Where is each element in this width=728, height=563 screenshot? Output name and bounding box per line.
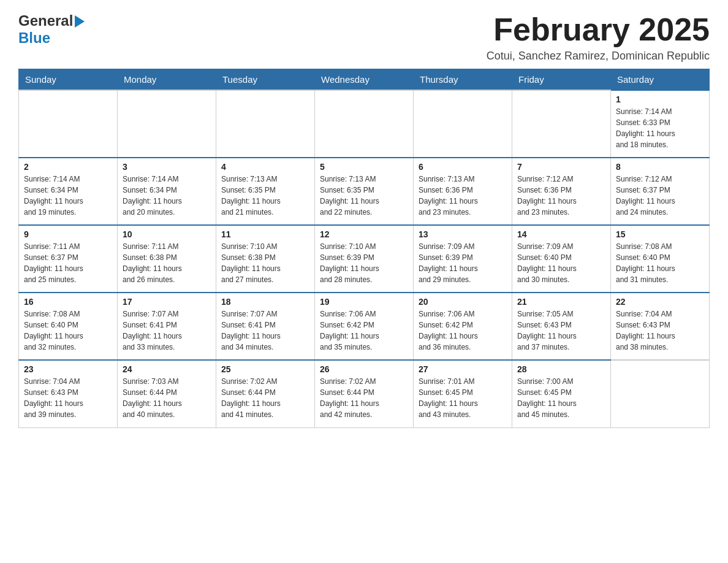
day-info: Sunrise: 7:12 AMSunset: 6:37 PMDaylight:…: [616, 174, 704, 218]
day-number: 24: [123, 364, 211, 374]
calendar-header-saturday: Saturday: [611, 69, 710, 91]
calendar-week-row: 9Sunrise: 7:11 AMSunset: 6:37 PMDaylight…: [19, 225, 710, 293]
day-number: 3: [123, 162, 211, 172]
calendar-cell: 18Sunrise: 7:07 AMSunset: 6:41 PMDayligh…: [216, 293, 315, 360]
calendar-cell: 2Sunrise: 7:14 AMSunset: 6:34 PMDaylight…: [19, 158, 118, 225]
day-info: Sunrise: 7:12 AMSunset: 6:36 PMDaylight:…: [517, 174, 605, 218]
day-number: 25: [221, 364, 309, 374]
calendar-cell: 25Sunrise: 7:02 AMSunset: 6:44 PMDayligh…: [216, 360, 315, 427]
calendar-cell: 17Sunrise: 7:07 AMSunset: 6:41 PMDayligh…: [118, 293, 216, 360]
day-number: 2: [24, 162, 112, 172]
day-info: Sunrise: 7:05 AMSunset: 6:43 PMDaylight:…: [517, 308, 605, 353]
day-number: 17: [123, 297, 211, 307]
calendar-week-row: 16Sunrise: 7:08 AMSunset: 6:40 PMDayligh…: [19, 293, 710, 360]
day-number: 13: [419, 229, 507, 239]
day-info: Sunrise: 7:06 AMSunset: 6:42 PMDaylight:…: [320, 308, 408, 353]
calendar-week-row: 1Sunrise: 7:14 AMSunset: 6:33 PMDaylight…: [19, 90, 710, 158]
calendar-cell: 12Sunrise: 7:10 AMSunset: 6:39 PMDayligh…: [315, 225, 414, 293]
day-info: Sunrise: 7:00 AMSunset: 6:45 PMDaylight:…: [517, 376, 605, 420]
day-number: 6: [419, 162, 507, 172]
day-info: Sunrise: 7:13 AMSunset: 6:35 PMDaylight:…: [320, 174, 408, 218]
calendar-cell: 22Sunrise: 7:04 AMSunset: 6:43 PMDayligh…: [611, 293, 710, 360]
day-info: Sunrise: 7:06 AMSunset: 6:42 PMDaylight:…: [419, 308, 507, 353]
day-number: 23: [24, 364, 112, 374]
logo: General Blue: [18, 12, 85, 47]
day-info: Sunrise: 7:08 AMSunset: 6:40 PMDaylight:…: [616, 241, 704, 285]
day-info: Sunrise: 7:09 AMSunset: 6:40 PMDaylight:…: [517, 241, 605, 285]
calendar-cell: 3Sunrise: 7:14 AMSunset: 6:34 PMDaylight…: [118, 158, 216, 225]
calendar-cell: 8Sunrise: 7:12 AMSunset: 6:37 PMDaylight…: [611, 158, 710, 225]
day-number: 14: [517, 229, 605, 239]
logo-blue-text: Blue: [18, 29, 50, 47]
day-info: Sunrise: 7:07 AMSunset: 6:41 PMDaylight:…: [221, 308, 309, 353]
day-info: Sunrise: 7:03 AMSunset: 6:44 PMDaylight:…: [123, 376, 211, 420]
day-number: 19: [320, 297, 408, 307]
day-number: 10: [123, 229, 211, 239]
day-number: 16: [24, 297, 112, 307]
day-info: Sunrise: 7:02 AMSunset: 6:44 PMDaylight:…: [320, 376, 408, 420]
day-info: Sunrise: 7:09 AMSunset: 6:39 PMDaylight:…: [419, 241, 507, 285]
calendar-cell: [414, 90, 512, 158]
calendar-header-friday: Friday: [512, 69, 611, 91]
day-info: Sunrise: 7:08 AMSunset: 6:40 PMDaylight:…: [24, 308, 112, 353]
calendar-week-row: 23Sunrise: 7:04 AMSunset: 6:43 PMDayligh…: [19, 360, 710, 427]
calendar-cell: [118, 90, 216, 158]
day-number: 1: [616, 94, 704, 104]
calendar-cell: 21Sunrise: 7:05 AMSunset: 6:43 PMDayligh…: [512, 293, 611, 360]
calendar-header-monday: Monday: [118, 69, 216, 91]
day-number: 21: [517, 297, 605, 307]
day-number: 4: [221, 162, 309, 172]
day-number: 26: [320, 364, 408, 374]
calendar-cell: 9Sunrise: 7:11 AMSunset: 6:37 PMDaylight…: [19, 225, 118, 293]
calendar-cell: 10Sunrise: 7:11 AMSunset: 6:38 PMDayligh…: [118, 225, 216, 293]
calendar-week-row: 2Sunrise: 7:14 AMSunset: 6:34 PMDaylight…: [19, 158, 710, 225]
day-info: Sunrise: 7:13 AMSunset: 6:35 PMDaylight:…: [221, 174, 309, 218]
day-number: 18: [221, 297, 309, 307]
calendar-cell: 23Sunrise: 7:04 AMSunset: 6:43 PMDayligh…: [19, 360, 118, 427]
title-area: February 2025 Cotui, Sanchez Ramirez, Do…: [487, 12, 710, 63]
calendar-cell: [611, 360, 710, 427]
calendar-cell: 27Sunrise: 7:01 AMSunset: 6:45 PMDayligh…: [414, 360, 512, 427]
calendar-cell: 15Sunrise: 7:08 AMSunset: 6:40 PMDayligh…: [611, 225, 710, 293]
day-info: Sunrise: 7:04 AMSunset: 6:43 PMDaylight:…: [616, 308, 704, 353]
day-info: Sunrise: 7:14 AMSunset: 6:34 PMDaylight:…: [123, 174, 211, 218]
day-number: 15: [616, 229, 704, 239]
calendar-cell: 1Sunrise: 7:14 AMSunset: 6:33 PMDaylight…: [611, 90, 710, 158]
day-info: Sunrise: 7:02 AMSunset: 6:44 PMDaylight:…: [221, 376, 309, 420]
calendar-cell: 20Sunrise: 7:06 AMSunset: 6:42 PMDayligh…: [414, 293, 512, 360]
day-info: Sunrise: 7:10 AMSunset: 6:38 PMDaylight:…: [221, 241, 309, 285]
calendar-cell: [216, 90, 315, 158]
calendar-cell: 11Sunrise: 7:10 AMSunset: 6:38 PMDayligh…: [216, 225, 315, 293]
day-info: Sunrise: 7:07 AMSunset: 6:41 PMDaylight:…: [123, 308, 211, 353]
day-number: 7: [517, 162, 605, 172]
day-info: Sunrise: 7:04 AMSunset: 6:43 PMDaylight:…: [24, 376, 112, 420]
day-number: 28: [517, 364, 605, 374]
day-number: 22: [616, 297, 704, 307]
day-number: 27: [419, 364, 507, 374]
page-title: February 2025: [487, 12, 710, 47]
calendar-header-tuesday: Tuesday: [216, 69, 315, 91]
day-number: 8: [616, 162, 704, 172]
calendar-table: SundayMondayTuesdayWednesdayThursdayFrid…: [18, 69, 710, 428]
day-number: 9: [24, 229, 112, 239]
calendar-cell: [19, 90, 118, 158]
calendar-cell: [315, 90, 414, 158]
calendar-header-row: SundayMondayTuesdayWednesdayThursdayFrid…: [19, 69, 710, 91]
calendar-cell: 28Sunrise: 7:00 AMSunset: 6:45 PMDayligh…: [512, 360, 611, 427]
day-info: Sunrise: 7:11 AMSunset: 6:37 PMDaylight:…: [24, 241, 112, 285]
calendar-cell: 13Sunrise: 7:09 AMSunset: 6:39 PMDayligh…: [414, 225, 512, 293]
calendar-cell: 4Sunrise: 7:13 AMSunset: 6:35 PMDaylight…: [216, 158, 315, 225]
day-number: 5: [320, 162, 408, 172]
calendar-header-thursday: Thursday: [414, 69, 512, 91]
day-info: Sunrise: 7:13 AMSunset: 6:36 PMDaylight:…: [419, 174, 507, 218]
logo-general-text: General: [18, 12, 73, 29]
header: General Blue February 2025 Cotui, Sanche…: [18, 12, 710, 63]
day-info: Sunrise: 7:14 AMSunset: 6:34 PMDaylight:…: [24, 174, 112, 218]
page-subtitle: Cotui, Sanchez Ramirez, Dominican Republ…: [487, 50, 710, 63]
logo-arrow-icon: [75, 15, 85, 28]
calendar-cell: 5Sunrise: 7:13 AMSunset: 6:35 PMDaylight…: [315, 158, 414, 225]
calendar-cell: 26Sunrise: 7:02 AMSunset: 6:44 PMDayligh…: [315, 360, 414, 427]
calendar-cell: 14Sunrise: 7:09 AMSunset: 6:40 PMDayligh…: [512, 225, 611, 293]
day-info: Sunrise: 7:01 AMSunset: 6:45 PMDaylight:…: [419, 376, 507, 420]
calendar-header-wednesday: Wednesday: [315, 69, 414, 91]
